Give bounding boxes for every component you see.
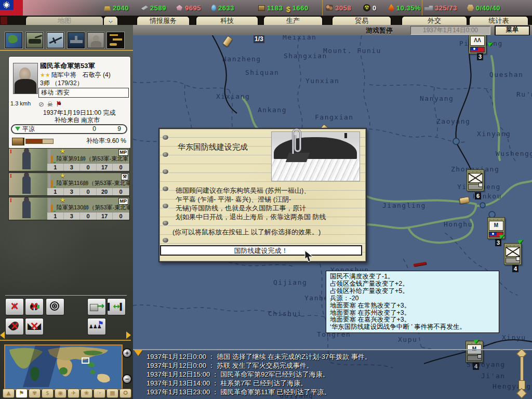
unit-count-label: 6	[475, 192, 481, 200]
stat-value: 3	[64, 212, 81, 220]
tab-情报服务[interactable]: 情报服务	[136, 16, 190, 25]
support-attack-button[interactable]: ◖◗×	[25, 298, 44, 315]
attack-button[interactable]: ✶×	[5, 298, 24, 315]
division-stats: 130170	[47, 212, 129, 220]
bullseye-icon	[50, 301, 59, 311]
log-scroll-icon[interactable]	[134, 350, 142, 356]
assign-commander-button[interactable]: ♟♟♟⚑	[87, 318, 106, 335]
province-label: Yanhe	[304, 294, 329, 302]
destination-province[interactable]: 平凉 0 9	[11, 124, 127, 134]
strategic-redeploy-button[interactable]: ◣◢×	[25, 318, 44, 335]
unit-count-label: 4	[512, 265, 518, 272]
weather-mode-button[interactable]: ✾	[29, 389, 41, 398]
oob-plane-icon	[110, 34, 118, 36]
province-label: Meixian	[283, 35, 316, 41]
zoom-out-button[interactable]: −	[122, 374, 132, 384]
partisans-mode-button[interactable]: ❀	[81, 389, 92, 398]
mp-badge: MP	[118, 198, 129, 205]
bar-separator	[422, 0, 422, 16]
metal-value: 2589	[150, 4, 166, 12]
mountain-division-counter[interactable]: × × × ×ΛΛ	[469, 35, 486, 54]
event-hint: (你可以将鼠标放在按钮上 以了解你选择的效果。)	[172, 228, 321, 237]
division-photo	[9, 173, 47, 195]
escorts-icon	[467, 5, 474, 11]
nuclear-weapons-icon: ☢	[363, 4, 370, 11]
tab-贸易[interactable]: 贸易	[331, 16, 392, 25]
zoom-in-button[interactable]: +	[122, 348, 132, 358]
stat-value: 17	[97, 212, 113, 220]
commander-portrait	[13, 63, 38, 94]
mountain-symbol-icon: ΛΛ	[470, 36, 485, 46]
scroll-left-icon[interactable]	[0, 331, 5, 339]
target-button[interactable]	[46, 298, 64, 315]
dissent-value: 10.35%	[396, 4, 421, 12]
tooltip-line: ‘华东国防线建设因战争中断 ’ 事件将不再发生。	[330, 324, 495, 331]
skull-icon: ☠	[47, 100, 54, 108]
diplomacy-mode-button[interactable]: ☞	[94, 389, 105, 398]
tab-地图[interactable]: 地图	[25, 16, 104, 25]
province-label: Fangxian	[315, 113, 354, 121]
land-units-button[interactable]	[26, 32, 43, 48]
event-photo	[271, 131, 360, 181]
resource-oil: 2633	[211, 4, 234, 12]
money-icon: $	[286, 5, 290, 11]
binder-hole	[163, 238, 168, 243]
europe-map-button[interactable]	[5, 32, 22, 48]
infantry-division-counter[interactable]: × × × ×	[504, 243, 522, 265]
aviation-mode-button[interactable]: ✈	[68, 389, 79, 398]
move-button[interactable]: →	[87, 298, 106, 315]
roman-numeral: I	[10, 197, 12, 203]
province-label: Yunxian	[305, 77, 339, 85]
province-label: Zaoyang	[436, 117, 470, 125]
stat-value: 1	[47, 212, 64, 220]
event-choice-button[interactable]: 国防线建设完成！	[160, 245, 362, 256]
intel-mode-button[interactable]: ▦	[107, 389, 118, 398]
tab-外交[interactable]: 外交	[401, 16, 468, 25]
sidebar: 國民革命軍第53軍 ★★陆军中将 石敬亭 (4) 3师 （179/32） 移动 …	[0, 25, 133, 399]
tab-生产[interactable]: 生产	[263, 16, 323, 25]
burn-button[interactable]: ×	[5, 318, 24, 335]
province-label: Mount. Funiu	[323, 47, 381, 55]
log-scrollbar[interactable]	[515, 350, 527, 398]
victory-points-mode-button[interactable]: ✪	[119, 389, 131, 398]
all-units-button[interactable]	[107, 32, 124, 48]
selected-unit-panel: 國民革命軍第53軍 ★★陆军中将 石敬亭 (4) 3师 （179/32） 移动 …	[8, 56, 131, 149]
political-mode-button[interactable]: ⚑	[16, 389, 28, 398]
division-row[interactable]: I★陸軍第116師（第53軍-東北軍）⚒130200	[8, 172, 130, 196]
supply-mode-button[interactable]: ◉	[55, 389, 66, 398]
tooltip-line: 占领区金钱产量改变了+2。	[330, 281, 495, 288]
tab-统计表[interactable]: 统计表	[469, 16, 529, 25]
infantry-division-counter[interactable]: × × × ×	[467, 169, 484, 191]
air-units-button[interactable]	[47, 32, 64, 48]
division-row[interactable]: I★陸軍第91師（第53軍-東北軍）MP130170	[8, 148, 130, 171]
minimap[interactable]	[4, 344, 123, 390]
leaders-button[interactable]	[87, 32, 104, 48]
terrain-mode-button[interactable]: ▲	[3, 389, 15, 398]
division-name: 陸軍第116師（第53軍-東北軍）	[57, 179, 130, 187]
menu-button[interactable]: 菜单	[495, 25, 530, 36]
division-row[interactable]: I★陸軍第130師（第53軍-東北軍）MP130170	[8, 197, 130, 220]
naval-units-button[interactable]	[68, 32, 85, 48]
roman-numeral: I	[10, 149, 12, 154]
wrench-badge-icon: ⚒	[121, 174, 128, 180]
province-label: Queshan	[489, 71, 523, 78]
log-entry: 1937年1月13日14:00 ： 桂系第7军 已经到达了海康。	[147, 379, 307, 388]
merge-button[interactable]: ▍↔▍	[107, 298, 126, 315]
tab-科技[interactable]: 科技	[195, 16, 259, 25]
supply-source: 补给来自 南京市	[55, 116, 100, 125]
pan-map-tab[interactable]: +	[103, 16, 118, 25]
event-body: 德国顾问建议在华东构筑吴福 (苏州一福山)、乍平嘉 (乍浦- 平湖- 嘉兴)、澄…	[176, 186, 357, 221]
stat-value: 0	[113, 188, 129, 196]
escorts-value: 0/40/40	[476, 4, 500, 12]
rank-leader-text: 陆军中将 石敬亭 (4)	[51, 71, 111, 78]
scroll-down-icon[interactable]	[516, 388, 527, 398]
division-photo	[9, 197, 47, 220]
mp-badge: MP	[118, 149, 129, 156]
experience-star-icon: ★	[60, 148, 65, 155]
scroll-right-icon[interactable]	[126, 331, 131, 339]
economy-mode-button[interactable]: $	[42, 389, 54, 398]
stat-value: 1	[47, 188, 64, 196]
nuclear-weapons-value: 0	[373, 4, 377, 12]
counter-subunit	[468, 184, 483, 190]
province-label: Xupu	[398, 336, 417, 343]
